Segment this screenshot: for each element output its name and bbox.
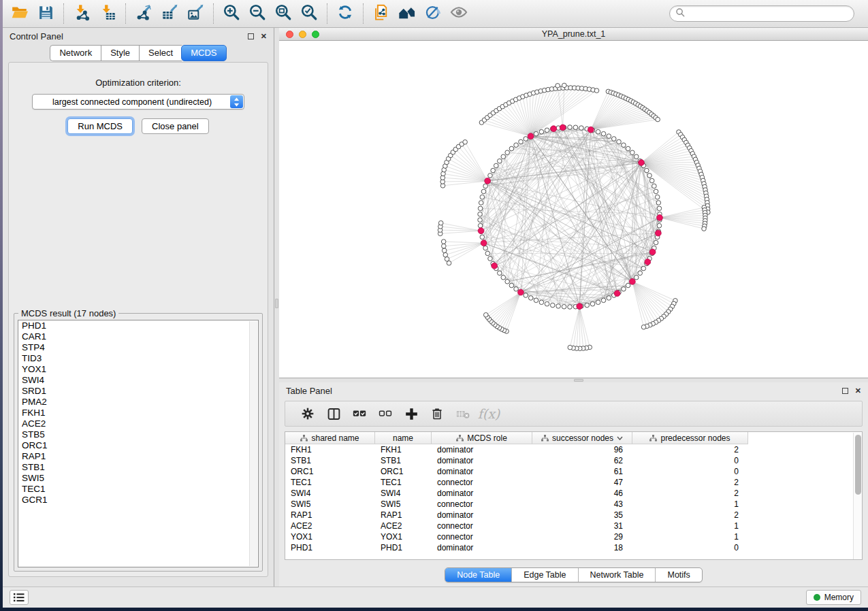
- tab-style[interactable]: Style: [101, 45, 139, 61]
- refresh-button[interactable]: [332, 2, 358, 25]
- table-header-row: shared name name MCDS role successor nod…: [285, 432, 862, 444]
- delete-table-button[interactable]: [450, 403, 476, 424]
- zoom-selected-button[interactable]: [296, 2, 322, 25]
- zoom-out-button[interactable]: [244, 2, 270, 25]
- function-builder-button[interactable]: f(x): [476, 403, 502, 424]
- mcds-result-item[interactable]: STB5: [18, 429, 258, 440]
- mcds-result-title: MCDS result (17 nodes): [18, 308, 118, 318]
- mcds-result-item[interactable]: ACE2: [18, 418, 258, 429]
- table-cell: 2: [632, 444, 748, 455]
- save-session-button[interactable]: [33, 2, 59, 25]
- table-cell: connector: [432, 477, 532, 488]
- table-row[interactable]: RAP1RAP1dominator352: [285, 510, 862, 521]
- mcds-result-group: MCDS result (17 nodes) PHD1CAR1STP4TID3Y…: [14, 313, 263, 572]
- table-cell: 0: [632, 542, 748, 553]
- table-cell: ORC1: [285, 466, 375, 477]
- table-row[interactable]: SWI5SWI5connector431: [285, 499, 862, 510]
- select-all-button[interactable]: [347, 403, 372, 424]
- deselect-all-button[interactable]: [372, 403, 398, 424]
- add-column-button[interactable]: [398, 403, 424, 424]
- mcds-result-item[interactable]: PMA2: [18, 397, 258, 408]
- close-panel-button[interactable]: Close panel: [142, 118, 209, 134]
- network-canvas[interactable]: [279, 41, 868, 378]
- close-panel-icon[interactable]: ✕: [261, 33, 267, 40]
- vertical-splitter[interactable]: [274, 28, 279, 587]
- nested-networks-button[interactable]: [394, 2, 420, 25]
- horizontal-splitter[interactable]: [279, 378, 868, 382]
- zoom-fit-button[interactable]: [270, 2, 296, 25]
- tab-motifs[interactable]: Motifs: [655, 568, 701, 582]
- table-row[interactable]: ORC1ORC1dominator610: [285, 466, 862, 477]
- import-network-button[interactable]: [69, 2, 95, 25]
- mcds-result-list[interactable]: PHD1CAR1STP4TID3YOX1SWI4SRD1PMA2FKH1ACE2…: [18, 320, 259, 567]
- app-window: Control Panel ✕ Network Style Select MCD…: [3, 0, 868, 608]
- run-mcds-button[interactable]: Run MCDS: [67, 118, 133, 134]
- table-cell: dominator: [432, 542, 532, 553]
- column-header-predecessor-nodes[interactable]: predecessor nodes: [632, 432, 748, 444]
- table-row[interactable]: TEC1TEC1connector472: [285, 477, 862, 488]
- tab-select[interactable]: Select: [139, 45, 182, 61]
- splitter-grip[interactable]: [275, 299, 278, 308]
- export-network-button[interactable]: [131, 2, 157, 25]
- open-file-button[interactable]: [7, 2, 33, 25]
- mcds-result-item[interactable]: SRD1: [18, 386, 258, 397]
- close-panel-icon[interactable]: ✕: [855, 387, 861, 395]
- mcds-result-item[interactable]: TEC1: [18, 484, 258, 495]
- column-header-successor-nodes[interactable]: successor nodes: [532, 432, 632, 444]
- table-row[interactable]: SWI4SWI4dominator462: [285, 488, 862, 499]
- result-list-scrollbar[interactable]: [249, 321, 257, 566]
- table-row[interactable]: ACE2ACE2connector311: [285, 521, 862, 531]
- table-cell: 31: [532, 521, 632, 531]
- mcds-result-item[interactable]: CAR1: [18, 331, 258, 342]
- column-header-shared-name[interactable]: shared name: [285, 432, 375, 444]
- table-cell: 1: [632, 499, 748, 510]
- tab-network-table[interactable]: Network Table: [578, 568, 656, 582]
- tab-network[interactable]: Network: [50, 45, 101, 61]
- clone-network-button[interactable]: [368, 2, 394, 25]
- export-table-button[interactable]: [157, 2, 182, 25]
- tab-node-table[interactable]: Node Table: [445, 568, 511, 582]
- table-scrollbar-thumb[interactable]: [855, 435, 861, 495]
- import-table-button[interactable]: [95, 2, 120, 25]
- zoom-in-button[interactable]: [219, 2, 244, 25]
- table-settings-button[interactable]: [295, 403, 321, 424]
- sort-desc-icon: [617, 436, 623, 440]
- table-scrollbar[interactable]: [853, 433, 862, 559]
- network-graph: [279, 41, 868, 378]
- show-columns-button[interactable]: [321, 403, 347, 424]
- mcds-result-item[interactable]: YOX1: [18, 364, 258, 375]
- delete-column-button[interactable]: [424, 403, 450, 424]
- mcds-result-item[interactable]: RAP1: [18, 451, 258, 462]
- tab-edge-table[interactable]: Edge Table: [511, 568, 577, 582]
- mcds-result-item[interactable]: TID3: [18, 353, 258, 364]
- table-row[interactable]: PHD1PHD1dominator180: [285, 542, 862, 553]
- mcds-result-item[interactable]: PHD1: [18, 320, 258, 331]
- export-image-icon: [187, 3, 204, 24]
- table-panel-title: Table Panel: [286, 386, 332, 396]
- show-hide-eye-button[interactable]: [446, 2, 472, 25]
- optimization-criterion-dropdown[interactable]: largest connected component (undirected): [32, 94, 244, 110]
- float-panel-icon[interactable]: [248, 33, 254, 39]
- table-row[interactable]: YOX1YOX1connector291: [285, 531, 862, 542]
- tab-mcds[interactable]: MCDS: [181, 45, 226, 61]
- mcds-result-item[interactable]: STP4: [18, 342, 258, 353]
- mcds-result-item[interactable]: STB1: [18, 462, 258, 473]
- table-row[interactable]: STB1STB1dominator620: [285, 455, 862, 466]
- table-row[interactable]: FKH1FKH1dominator962: [285, 444, 862, 455]
- table-cell: 62: [532, 455, 632, 466]
- mcds-result-item[interactable]: SWI5: [18, 473, 258, 484]
- task-history-button[interactable]: [10, 590, 29, 605]
- mcds-result-item[interactable]: SWI4: [18, 375, 258, 386]
- mcds-result-item[interactable]: ORC1: [18, 440, 258, 451]
- zoom-out-icon: [248, 3, 266, 24]
- mcds-result-item[interactable]: FKH1: [18, 408, 258, 418]
- mcds-result-item[interactable]: GCR1: [18, 495, 258, 506]
- search-input[interactable]: [686, 7, 854, 20]
- memory-button[interactable]: Memory: [806, 590, 861, 605]
- splitter-grip[interactable]: [574, 379, 583, 382]
- hide-graphics-details-button[interactable]: [420, 2, 446, 25]
- column-header-mcds-role[interactable]: MCDS role: [432, 432, 532, 444]
- export-image-button[interactable]: [182, 2, 208, 25]
- float-panel-icon[interactable]: [842, 388, 848, 394]
- column-header-name[interactable]: name: [375, 432, 432, 444]
